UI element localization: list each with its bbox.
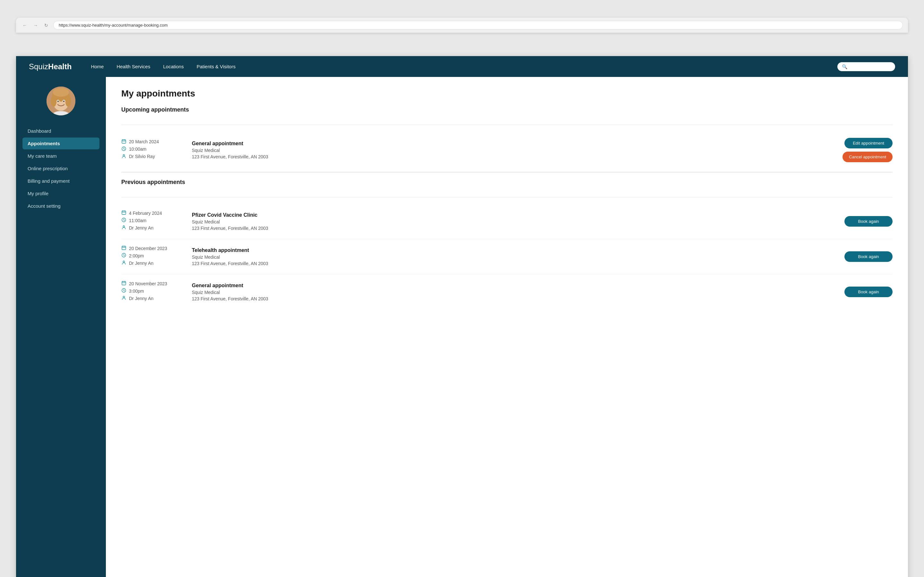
- svg-rect-19: [122, 211, 126, 214]
- sidebar-item-prescription[interactable]: Online prescription: [23, 163, 99, 174]
- prev-appt-time-row-1: 2:00pm: [121, 253, 186, 258]
- reload-button[interactable]: ↻: [43, 22, 49, 29]
- prev-calendar-icon-0: [121, 210, 126, 216]
- upcoming-section: Upcoming appointments: [121, 106, 893, 169]
- prev-appt-time-2: 3:00pm: [129, 288, 144, 293]
- logo: SquizHealth: [29, 62, 71, 71]
- prev-clock-icon-1: [121, 253, 126, 258]
- main-content: My appointments Upcoming appointments: [106, 77, 908, 577]
- appt-date-row-0: 20 March 2024: [121, 139, 186, 145]
- prev-clock-icon-2: [121, 288, 126, 293]
- prev-appt-info-0: Pfizer Covid Vaccine Clinic Squiz Medica…: [192, 212, 838, 231]
- upcoming-divider: [121, 125, 893, 125]
- prev-appt-clinic-1: Squiz Medical: [192, 255, 838, 259]
- previous-appointment-2: 20 November 2023 3:00pm: [121, 274, 893, 309]
- svg-point-3: [51, 95, 57, 107]
- prev-appt-time-1: 2:00pm: [129, 253, 144, 258]
- svg-point-5: [53, 88, 69, 97]
- svg-rect-11: [122, 140, 126, 143]
- prev-doctor-icon-1: [121, 260, 126, 266]
- previous-section-title: Previous appointments: [121, 179, 893, 191]
- sidebar-link-prescription[interactable]: Online prescription: [23, 163, 99, 174]
- appt-details-0: 20 March 2024 10:00am: [121, 139, 186, 161]
- svg-point-8: [57, 101, 59, 102]
- prev-appt-clinic-2: Squiz Medical: [192, 290, 838, 295]
- svg-rect-27: [122, 246, 126, 250]
- previous-section: Previous appointments: [121, 172, 893, 309]
- prev-doctor-icon-2: [121, 295, 126, 301]
- prev-appt-time-row-2: 3:00pm: [121, 288, 186, 293]
- prev-appt-doctor-row-2: Dr Jenny An: [121, 295, 186, 301]
- prev-appt-doctor-row-0: Dr Jenny An: [121, 225, 186, 230]
- prev-clock-icon-0: [121, 218, 126, 223]
- upcoming-section-title: Upcoming appointments: [121, 106, 893, 118]
- edit-appointment-button-0[interactable]: Edit appointment: [845, 138, 893, 148]
- book-again-button-2[interactable]: Book again: [845, 287, 893, 297]
- search-bar[interactable]: 🔍: [837, 62, 895, 71]
- prev-appt-doctor-row-1: Dr Jenny An: [121, 260, 186, 266]
- address-bar[interactable]: https://www.squiz-health/my-account/mana…: [53, 21, 903, 29]
- avatar: [47, 87, 75, 115]
- svg-line-17: [124, 149, 125, 149]
- cancel-appointment-button-0[interactable]: Cancel appointment: [843, 152, 893, 162]
- nav-links: Home Health Services Locations Patients …: [91, 64, 837, 69]
- svg-line-25: [124, 220, 125, 221]
- nav-locations[interactable]: Locations: [163, 64, 184, 69]
- prev-appt-address-1: 123 First Avenue, Forestville, AN 2003: [192, 261, 838, 266]
- forward-button[interactable]: →: [32, 22, 39, 29]
- book-again-button-1[interactable]: Book again: [845, 251, 893, 262]
- sidebar-item-care-team[interactable]: My care team: [23, 150, 99, 162]
- sidebar-item-dashboard[interactable]: Dashboard: [23, 125, 99, 137]
- prev-appt-doctor-1: Dr Jenny An: [129, 261, 153, 266]
- prev-appt-date-row-0: 4 February 2024: [121, 210, 186, 216]
- nav-health-services[interactable]: Health Services: [116, 64, 150, 69]
- nav-home[interactable]: Home: [91, 64, 103, 69]
- prev-appt-doctor-2: Dr Jenny An: [129, 296, 153, 301]
- search-icon: 🔍: [842, 64, 847, 69]
- sidebar-link-billing[interactable]: Billing and payment: [23, 175, 99, 187]
- svg-point-4: [65, 95, 71, 107]
- sidebar-link-account-setting[interactable]: Account setting: [23, 200, 99, 212]
- sidebar-item-account-setting[interactable]: Account setting: [23, 200, 99, 212]
- nav-patients-visitors[interactable]: Patients & Visitors: [197, 64, 236, 69]
- book-again-button-0[interactable]: Book again: [845, 216, 893, 227]
- sidebar-item-billing[interactable]: Billing and payment: [23, 175, 99, 187]
- top-nav: SquizHealth Home Health Services Locatio…: [16, 56, 908, 77]
- previous-divider: [121, 172, 893, 172]
- browser-chrome: ← → ↻ https://www.squiz-health/my-accoun…: [16, 18, 908, 33]
- appt-time-0: 10:00am: [129, 147, 146, 152]
- sidebar-item-appointments[interactable]: Appointments: [23, 137, 99, 149]
- prev-calendar-icon-2: [121, 281, 126, 286]
- doctor-icon-0: [121, 154, 126, 159]
- calendar-icon-0: [121, 139, 126, 145]
- appt-doctor-row-0: Dr Silvio Ray: [121, 154, 186, 159]
- prev-appt-info-1: Telehealth appointment Squiz Medical 123…: [192, 247, 838, 266]
- url-text: https://www.squiz-health/my-account/mana…: [59, 23, 168, 27]
- sidebar: Dashboard Appointments My care team Onli…: [16, 77, 106, 577]
- prev-appt-actions-1: Book again: [845, 251, 893, 262]
- svg-point-34: [123, 261, 125, 263]
- layout: Dashboard Appointments My care team Onli…: [16, 77, 908, 577]
- previous-appointment-1: 20 December 2023 2:00pm: [121, 239, 893, 274]
- prev-appt-address-0: 123 First Avenue, Forestville, AN 2003: [192, 226, 838, 231]
- appt-clinic-0: Squiz Medical: [192, 148, 836, 153]
- appt-date-0: 20 March 2024: [129, 139, 159, 144]
- sidebar-link-dashboard[interactable]: Dashboard: [23, 125, 99, 137]
- sidebar-link-care-team[interactable]: My care team: [23, 150, 99, 162]
- svg-point-42: [123, 296, 125, 298]
- sidebar-nav: Dashboard Appointments My care team Onli…: [23, 125, 99, 212]
- sidebar-link-appointments[interactable]: Appointments: [23, 137, 99, 149]
- prev-appt-date-2: 20 November 2023: [129, 281, 167, 286]
- prev-appt-date-0: 4 February 2024: [129, 211, 162, 216]
- prev-appt-time-row-0: 11:00am: [121, 218, 186, 223]
- back-button[interactable]: ←: [21, 22, 28, 29]
- appt-actions-0: Edit appointment Cancel appointment: [843, 138, 893, 162]
- clock-icon-0: [121, 147, 126, 152]
- appt-time-row-0: 10:00am: [121, 147, 186, 152]
- sidebar-item-profile[interactable]: My profile: [23, 187, 99, 199]
- prev-calendar-icon-1: [121, 245, 126, 251]
- sidebar-link-profile[interactable]: My profile: [23, 187, 99, 199]
- previous-appointment-0: 4 February 2024 11:00am: [121, 204, 893, 239]
- logo-bold: Health: [48, 62, 71, 71]
- prev-doctor-icon-0: [121, 225, 126, 230]
